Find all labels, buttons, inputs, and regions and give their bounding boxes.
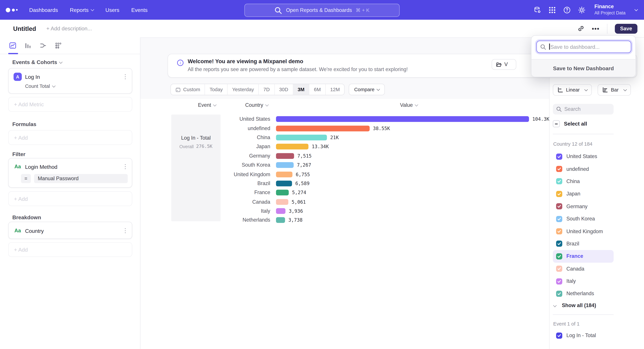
country-row-japan[interactable]: Japan — [553, 188, 614, 200]
filter-operator[interactable]: = — [21, 174, 31, 183]
country-column-header[interactable]: Country — [245, 102, 268, 108]
tab-flows[interactable] — [36, 37, 51, 54]
country-row-france[interactable]: France — [553, 250, 614, 263]
bar-segment[interactable] — [276, 217, 285, 223]
nav-item-reports[interactable]: Reports — [70, 7, 94, 13]
country-checkbox[interactable] — [556, 228, 562, 235]
report-title[interactable]: Untitled — [13, 25, 36, 32]
select-all-row[interactable]: Select all — [553, 120, 587, 127]
range-30d[interactable]: 30D — [275, 84, 293, 95]
filter-value[interactable]: Manual Password — [34, 174, 128, 183]
aggregation-selector[interactable]: Count Total — [25, 83, 127, 89]
range-custom[interactable]: Custom — [171, 84, 205, 95]
bar-segment[interactable] — [276, 171, 292, 177]
country-row-canada[interactable]: Canada — [553, 263, 614, 275]
bar-segment[interactable] — [276, 125, 370, 131]
view-dataset-button-partial[interactable]: V — [492, 59, 516, 70]
country-checkbox[interactable] — [556, 178, 562, 185]
nav-item-events[interactable]: Events — [131, 7, 148, 13]
help-icon[interactable] — [563, 6, 571, 14]
bar-segment[interactable] — [276, 116, 529, 122]
save-dashboard-input[interactable] — [537, 41, 631, 53]
event-series-cell[interactable]: Log In - Total Overall 276.5K — [171, 114, 220, 221]
bar-segment[interactable] — [276, 181, 292, 186]
data-management-icon[interactable] — [534, 6, 542, 14]
add-filter-button[interactable]: + Add — [8, 191, 132, 206]
range-3m[interactable]: 3M — [293, 84, 310, 95]
country-checkbox[interactable] — [556, 191, 562, 197]
range-yesterday[interactable]: Yesterday — [228, 84, 259, 95]
apps-grid-icon[interactable] — [548, 6, 556, 14]
more-options-button[interactable]: ••• — [592, 25, 600, 32]
project-switcher[interactable]: Finance All Project Data — [594, 4, 626, 16]
nav-item-dashboards[interactable]: Dashboards — [29, 7, 58, 13]
event-checkbox-row[interactable]: Log In - Total — [553, 330, 614, 341]
settings-gear-icon[interactable] — [578, 6, 586, 14]
country-row-china[interactable]: China — [553, 175, 614, 188]
save-dashboard-search[interactable] — [536, 40, 631, 53]
add-breakdown-button[interactable]: + Add — [8, 242, 132, 257]
country-checkbox[interactable] — [556, 291, 562, 297]
country-row-united-kingdom[interactable]: United Kingdom — [553, 225, 614, 238]
compare-button[interactable]: Compare — [349, 84, 385, 95]
scale-selector[interactable]: Linear — [553, 84, 592, 96]
nav-item-users[interactable]: Users — [106, 7, 120, 13]
country-row-netherlands[interactable]: Netherlands — [553, 288, 614, 300]
filter-property-name[interactable]: Login Method — [25, 164, 124, 170]
add-description-field[interactable]: + Add description... — [46, 25, 92, 32]
global-search-button[interactable]: Open Reports & Dashboards ⌘ + K — [244, 4, 400, 17]
country-checkbox[interactable] — [556, 153, 562, 160]
save-to-new-dashboard-button[interactable]: Save to New Dashboard — [532, 59, 636, 77]
bar-segment[interactable] — [276, 199, 288, 205]
copy-link-icon[interactable] — [578, 25, 584, 32]
tab-funnels[interactable] — [20, 37, 36, 54]
breakdown-menu-button[interactable] — [124, 227, 127, 235]
bar-segment[interactable] — [276, 153, 294, 159]
country-checkbox[interactable] — [556, 166, 562, 172]
country-checkbox[interactable] — [556, 203, 562, 210]
filter-menu-button[interactable] — [124, 163, 127, 170]
metric-menu-button[interactable] — [124, 73, 127, 80]
country-checkbox[interactable] — [556, 241, 562, 247]
range-6m[interactable]: 6M — [310, 84, 326, 95]
range-today[interactable]: Today — [205, 84, 228, 95]
add-metric-button[interactable]: + Add Metric — [8, 97, 132, 112]
legend-search-input[interactable] — [553, 104, 614, 115]
tab-insights[interactable] — [5, 37, 20, 54]
country-row-italy[interactable]: Italy — [553, 275, 614, 288]
show-all-button[interactable]: Show all (184) — [553, 303, 596, 308]
country-checkbox[interactable] — [556, 253, 562, 260]
bar-segment[interactable] — [276, 208, 286, 214]
country-row-undefined[interactable]: undefined — [553, 163, 614, 175]
bar-segment[interactable] — [276, 190, 289, 195]
bar-segment[interactable] — [276, 144, 308, 150]
event-column-header[interactable]: Event — [198, 102, 216, 108]
filter-card[interactable]: Aa Login Method = Manual Password — [8, 158, 132, 188]
metric-event-name[interactable]: Log In — [25, 74, 124, 80]
event-checkbox[interactable] — [556, 332, 562, 339]
tab-retention[interactable] — [50, 37, 66, 54]
country-row-brazil[interactable]: Brazil — [553, 238, 614, 250]
country-checkbox[interactable] — [556, 266, 562, 272]
bar-segment[interactable] — [276, 135, 327, 140]
range-7d[interactable]: 7D — [259, 84, 275, 95]
country-row-germany[interactable]: Germany — [553, 200, 614, 213]
range-12m[interactable]: 12M — [326, 84, 344, 95]
add-formula-button[interactable]: + Add — [8, 130, 132, 145]
bar-segment[interactable] — [276, 162, 294, 168]
legend-search[interactable] — [553, 104, 614, 115]
country-row-south-korea[interactable]: South Korea — [553, 213, 614, 225]
breakdown-property-name[interactable]: Country — [25, 228, 124, 234]
events-cohorts-heading[interactable]: Events & Cohorts — [12, 59, 62, 65]
mixpanel-logo-icon[interactable] — [6, 7, 18, 12]
metric-card[interactable]: A Log In Count Total — [8, 68, 132, 94]
country-checkbox[interactable] — [556, 216, 562, 222]
select-all-checkbox[interactable] — [553, 120, 560, 127]
mixpanel-app: DashboardsReportsUsersEvents Open Report… — [0, 0, 644, 349]
save-button[interactable]: Save — [615, 24, 638, 33]
country-checkbox[interactable] — [556, 278, 562, 284]
country-row-united-states[interactable]: United States — [553, 150, 614, 163]
chart-type-selector[interactable]: Bar — [598, 84, 631, 96]
value-column-header[interactable]: Value — [400, 102, 418, 108]
breakdown-card[interactable]: Aa Country — [8, 222, 132, 239]
